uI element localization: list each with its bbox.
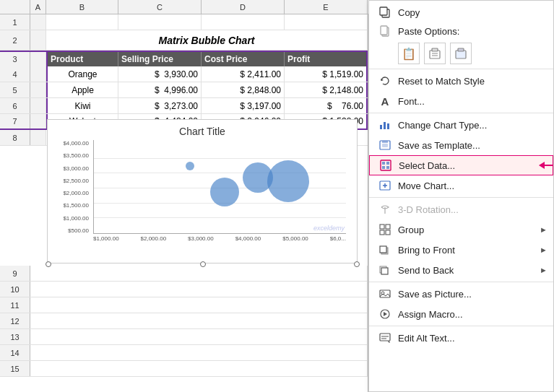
separator: [369, 282, 553, 282]
cell-a3[interactable]: [30, 52, 46, 66]
bubble-kiwi: [186, 162, 194, 170]
select-data-label: Select Data...: [399, 160, 455, 171]
table-row: 15: [0, 361, 368, 377]
paste-icon: [378, 24, 392, 38]
resize-handle[interactable]: [200, 261, 206, 267]
col-header-row: A B C D E F: [0, 0, 368, 14]
menu-item-change-chart-type[interactable]: Change Chart Type...: [369, 115, 553, 135]
empty-row-14[interactable]: [30, 345, 368, 360]
cell-c6[interactable]: $ 3,273.00: [118, 98, 202, 113]
menu-item-send-to-back[interactable]: Send to Back ►: [369, 260, 553, 280]
svg-rect-12: [387, 123, 389, 129]
cell-a1[interactable]: [30, 14, 46, 30]
table-row: 1: [0, 14, 368, 30]
menu-item-save-template[interactable]: Save as Template...: [369, 135, 553, 155]
group-icon: [378, 222, 392, 237]
cell-c4[interactable]: $ 3,930.00: [118, 66, 202, 82]
cell-a5[interactable]: [30, 82, 46, 97]
svg-rect-24: [380, 230, 384, 235]
svg-rect-23: [386, 225, 390, 229]
cell-a4[interactable]: [30, 66, 46, 82]
row-num: 10: [0, 282, 30, 297]
empty-row-9[interactable]: [30, 266, 368, 281]
svg-rect-15: [382, 141, 388, 143]
row-num: 4: [0, 66, 30, 82]
cell-a8[interactable]: [30, 130, 46, 145]
group-label: Group: [398, 225, 424, 235]
cell-d1[interactable]: [202, 14, 285, 30]
menu-item-3d-rotation[interactable]: 3-D Rotation...: [369, 199, 553, 219]
cell-a7[interactable]: [30, 114, 46, 129]
paste-icon-1[interactable]: 📋: [398, 43, 420, 64]
menu-item-select-data[interactable]: Select Data... Click here: [369, 155, 553, 175]
change-chart-type-label: Change Chart Type...: [398, 120, 487, 131]
row-num: 15: [0, 361, 30, 376]
empty-row-10[interactable]: [30, 282, 368, 297]
svg-rect-1: [380, 7, 387, 15]
move-chart-icon: [378, 178, 392, 193]
row-num: 8: [0, 130, 30, 145]
resize-handle[interactable]: [354, 261, 360, 267]
empty-row-15[interactable]: [30, 361, 368, 376]
paste-icon-2[interactable]: [424, 43, 446, 64]
cell-b1[interactable]: [46, 14, 118, 30]
empty-row-12[interactable]: [30, 313, 368, 328]
cell-e6[interactable]: $ 76.00: [285, 98, 368, 113]
svg-rect-11: [384, 122, 386, 129]
svg-rect-19: [382, 166, 385, 169]
cell-a6[interactable]: [30, 98, 46, 113]
chart-area[interactable]: Chart Title $500.00 $1,000.00 $1,500.00 …: [47, 119, 358, 263]
corner-cell: [0, 0, 30, 14]
menu-item-copy[interactable]: Copy: [369, 2, 553, 22]
empty-row-13[interactable]: [30, 329, 368, 344]
menu-item-assign-macro[interactable]: Assign Macro...: [369, 304, 553, 324]
cell-b5[interactable]: Apple: [46, 82, 118, 97]
cell-b4[interactable]: Orange: [46, 66, 118, 82]
cell-selling-price-header[interactable]: Selling Price: [118, 52, 202, 66]
menu-item-group[interactable]: Group ►: [369, 219, 553, 240]
menu-item-move-chart[interactable]: Move Chart...: [369, 175, 553, 196]
row-num: 1: [0, 14, 30, 30]
separator: [369, 326, 553, 326]
menu-item-font[interactable]: A Font...: [369, 91, 553, 111]
menu-item-edit-alt-text[interactable]: Edit Alt Text...: [369, 328, 553, 348]
svg-rect-5: [432, 48, 438, 51]
empty-row-11[interactable]: [30, 297, 368, 313]
cell-cost-price-header[interactable]: Cost Price: [202, 52, 285, 66]
col-header-a: A: [30, 0, 46, 14]
chart-title: Chart Title: [48, 120, 357, 140]
cell-profit-header[interactable]: Profit: [285, 52, 368, 66]
bring-to-front-icon: [378, 243, 392, 257]
context-menu: Copy Paste Options: 📋 Reset to Match Sty…: [368, 0, 554, 392]
col-header-b: B: [46, 0, 118, 14]
paste-icon-3[interactable]: [450, 43, 472, 64]
separator: [369, 113, 553, 113]
cell-a2[interactable]: [30, 30, 46, 50]
cell-c5[interactable]: $ 4,996.00: [118, 82, 202, 97]
cell-e1[interactable]: [285, 14, 368, 30]
cell-d5[interactable]: $ 2,848.00: [202, 82, 285, 97]
svg-rect-9: [458, 48, 464, 51]
table-row: 14: [0, 345, 368, 361]
cell-d6[interactable]: $ 3,197.00: [202, 98, 285, 113]
paste-icons-row: 📋: [369, 40, 553, 67]
3d-rotation-label: 3-D Rotation...: [398, 204, 459, 215]
cell-product-header[interactable]: Product: [46, 52, 118, 66]
menu-item-save-picture[interactable]: Save as Picture...: [369, 284, 553, 304]
edit-alt-text-label: Edit Alt Text...: [398, 333, 455, 344]
font-label: Font...: [398, 96, 425, 107]
resize-handle[interactable]: [46, 261, 51, 267]
row-num: 13: [0, 329, 30, 344]
svg-rect-14: [382, 144, 388, 147]
table-row: 13: [0, 329, 368, 345]
svg-rect-33: [380, 334, 390, 341]
cell-e4[interactable]: $ 1,519.00: [285, 66, 368, 82]
cell-e5[interactable]: $ 2,148.00: [285, 82, 368, 97]
cell-c1[interactable]: [118, 14, 202, 30]
row-num: 12: [0, 313, 30, 328]
menu-item-reset-match[interactable]: Reset to Match Style: [369, 71, 553, 91]
save-template-icon: [378, 138, 392, 152]
cell-b6[interactable]: Kiwi: [46, 98, 118, 113]
menu-item-bring-to-front[interactable]: Bring to Front ►: [369, 240, 553, 260]
cell-d4[interactable]: $ 2,411.00: [202, 66, 285, 82]
